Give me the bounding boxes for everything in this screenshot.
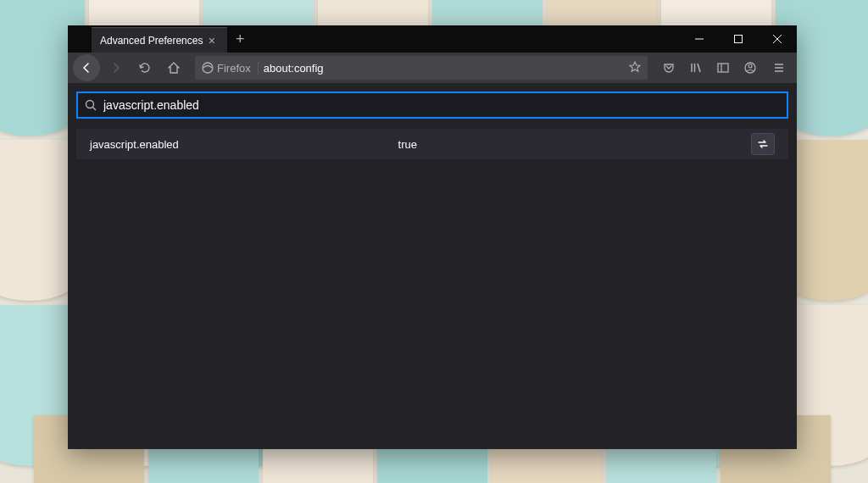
urlbar[interactable]: Firefox about:config	[195, 56, 648, 80]
close-tab-icon[interactable]: ×	[205, 32, 219, 49]
tab-title: Advanced Preferences	[100, 35, 203, 47]
config-search-box[interactable]	[76, 92, 788, 119]
maximize-button[interactable]	[719, 25, 758, 53]
menu-button[interactable]	[766, 55, 792, 80]
identity-label: Firefox	[217, 62, 251, 75]
sidebar-button[interactable]	[710, 55, 736, 80]
pref-value: true	[398, 138, 751, 151]
new-tab-button[interactable]: +	[227, 26, 253, 52]
svg-point-15	[86, 101, 94, 108]
url-text: about:config	[264, 62, 324, 75]
account-button[interactable]	[737, 55, 763, 80]
titlebar: Advanced Preferences × +	[68, 25, 797, 53]
library-button[interactable]	[683, 55, 709, 80]
svg-line-7	[698, 64, 700, 72]
window-controls	[680, 25, 797, 53]
back-button[interactable]	[73, 54, 100, 81]
minimize-button[interactable]	[680, 25, 719, 53]
pref-name: javascript.enabled	[90, 138, 398, 151]
navbar: Firefox about:config	[68, 53, 797, 83]
close-window-button[interactable]	[758, 25, 797, 53]
svg-rect-1	[735, 36, 743, 43]
toggle-arrows-icon	[757, 138, 769, 150]
svg-point-11	[748, 64, 752, 68]
reload-button[interactable]	[132, 55, 158, 80]
home-button[interactable]	[161, 55, 186, 80]
toggle-button[interactable]	[751, 133, 775, 155]
firefox-icon	[202, 62, 214, 74]
svg-rect-8	[718, 64, 728, 72]
search-icon	[85, 99, 97, 111]
config-search-input[interactable]	[103, 98, 780, 112]
pocket-button[interactable]	[656, 55, 682, 80]
browser-tab[interactable]: Advanced Preferences ×	[92, 27, 227, 53]
about-config-content: javascript.enabled true	[68, 83, 797, 449]
bookmark-star-icon[interactable]	[629, 61, 641, 75]
browser-window: Advanced Preferences × +	[68, 25, 797, 449]
identity-box[interactable]: Firefox	[202, 62, 259, 75]
forward-button[interactable]	[103, 55, 129, 80]
config-result-row[interactable]: javascript.enabled true	[76, 129, 788, 159]
svg-line-16	[93, 108, 97, 111]
